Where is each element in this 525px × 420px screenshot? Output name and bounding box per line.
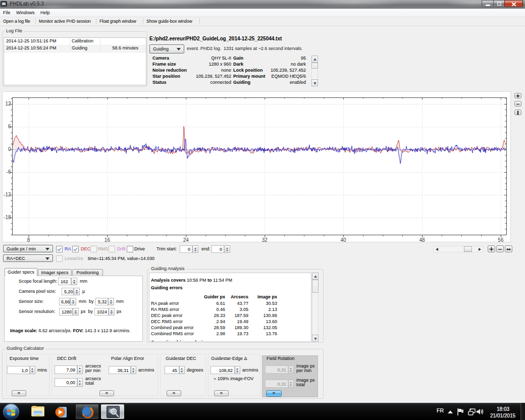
svg-text:0: 0 bbox=[8, 146, 11, 152]
svg-text:24: 24 bbox=[183, 237, 189, 243]
svg-text:32: 32 bbox=[262, 237, 268, 243]
svg-text:12: 12 bbox=[5, 101, 11, 107]
svg-text:-18: -18 bbox=[4, 215, 11, 220]
svg-text:48: 48 bbox=[419, 237, 425, 243]
svg-text:-12: -12 bbox=[4, 192, 11, 197]
svg-text:6: 6 bbox=[8, 124, 11, 129]
svg-text:-6: -6 bbox=[7, 169, 11, 175]
svg-text:16: 16 bbox=[104, 237, 111, 243]
svg-text:56: 56 bbox=[498, 237, 504, 243]
svg-text:40: 40 bbox=[341, 237, 347, 243]
svg-text:8: 8 bbox=[27, 237, 30, 243]
